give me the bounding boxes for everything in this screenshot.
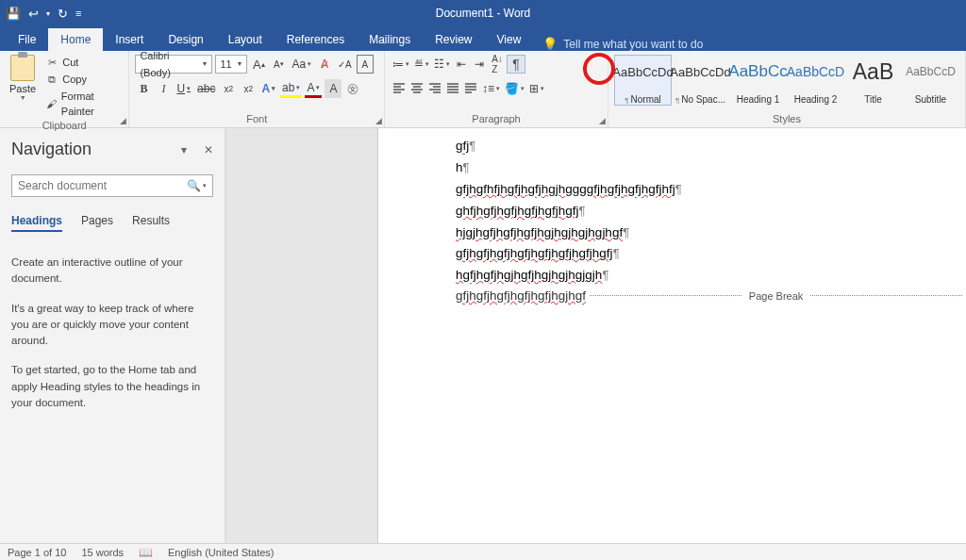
tell-me[interactable]: 💡 Tell me what you want to do <box>542 37 703 51</box>
chevron-down-icon: ▼ <box>201 56 208 73</box>
nav-close-icon[interactable]: ✕ <box>204 143 213 156</box>
doc-line[interactable]: hjgjhgfjhgfjhgfjhgjhgjhgjhgjhgf¶ <box>378 222 966 244</box>
doc-text[interactable]: gfjhgfjhgfjhgfjhgfjhgjhgf <box>456 288 586 303</box>
numbering-button[interactable]: ≝▾ <box>412 55 431 74</box>
save-icon[interactable]: 💾 <box>6 7 21 21</box>
decrease-indent-button[interactable]: ⇤ <box>453 55 470 74</box>
doc-line[interactable]: hgfjhgfjhgjhgfjhgjhgjhgjgjh¶ <box>378 265 966 287</box>
font-size-combo[interactable]: 11▼ <box>215 55 247 74</box>
align-left-button[interactable] <box>391 79 408 98</box>
underline-button[interactable]: U▾ <box>175 79 192 98</box>
pilcrow-mark: ¶ <box>469 139 475 153</box>
strikethrough-button[interactable]: abc <box>195 79 217 98</box>
tab-view[interactable]: View <box>485 28 534 51</box>
tab-layout[interactable]: Layout <box>216 28 275 51</box>
highlight-button[interactable]: ab▾ <box>280 79 302 98</box>
lightbulb-icon: 💡 <box>542 37 558 51</box>
change-case-button[interactable]: Aa▾ <box>290 55 313 74</box>
search-input[interactable] <box>12 179 181 192</box>
doc-line[interactable]: gfjhgfhfjhgfjhgfjhgjhggggfjhgfjhgfjhgfjh… <box>378 179 966 201</box>
increase-indent-button[interactable]: ⇥ <box>471 55 488 74</box>
tab-review[interactable]: Review <box>423 28 484 51</box>
clipboard-dialog-launcher-icon[interactable]: ◢ <box>120 116 126 125</box>
font-color-button[interactable]: A▾ <box>305 79 322 98</box>
copy-icon: ⧉ <box>45 72 58 87</box>
italic-button[interactable]: I <box>155 79 172 98</box>
style-name: ¶Normal <box>617 94 669 105</box>
style-name: Heading 1 <box>732 94 784 105</box>
nav-dropdown-icon[interactable]: ▾ <box>181 143 187 156</box>
qat-customize-icon[interactable]: ≡ <box>75 8 81 19</box>
status-page[interactable]: Page 1 of 10 <box>8 547 66 558</box>
superscript-button[interactable]: x2 <box>240 79 257 98</box>
clear-format-button[interactable]: A̷ <box>316 55 333 74</box>
doc-line[interactable]: gfjhgfjhgfjhgfjhgfjhgfjhgfjhgfj¶ <box>378 243 966 265</box>
status-bar: Page 1 of 10 15 words 📖 English (United … <box>0 543 966 560</box>
style-preview: AaBbCcDd <box>614 58 674 86</box>
style-card-title[interactable]: AaBTitle <box>844 55 902 106</box>
align-left-icon <box>392 82 406 95</box>
doc-line[interactable]: gfj¶ <box>378 136 966 157</box>
style-card-nospac[interactable]: AaBbCcDd¶No Spac... <box>672 55 729 106</box>
font-name-combo[interactable]: Calibri (Body)▼ <box>135 55 212 74</box>
page-break-row: gfjhgfjhgfjhgfjhgfjhgjhgfPage Break <box>378 287 966 305</box>
style-card-subtitle[interactable]: AaBbCcDSubtitle <box>902 55 959 106</box>
pilcrow-mark: ¶ <box>623 225 629 239</box>
bullets-button[interactable]: ≔▾ <box>391 55 411 74</box>
multilevel-list-button[interactable]: ☷▾ <box>432 55 452 74</box>
format-painter-button[interactable]: 🖌Format Painter <box>45 89 123 119</box>
style-card-heading1[interactable]: AaBbCcHeading 1 <box>729 55 787 106</box>
tab-references[interactable]: References <box>275 28 357 51</box>
justify-button[interactable] <box>444 79 461 98</box>
redo-icon[interactable]: ▾ <box>46 9 50 18</box>
phonetic-guide-button[interactable]: ✓A <box>336 55 354 74</box>
status-proofing[interactable]: 📖 <box>139 546 153 559</box>
align-center-button[interactable] <box>408 79 425 98</box>
bold-button[interactable]: B <box>135 79 152 98</box>
chevron-down-icon: ▼ <box>20 94 26 101</box>
shading-button[interactable]: 🪣▾ <box>503 79 526 98</box>
cut-button[interactable]: ✂Cut <box>45 55 123 70</box>
nav-search[interactable]: 🔍▾ <box>11 174 213 197</box>
status-words[interactable]: 15 words <box>81 547 124 558</box>
tab-file[interactable]: File <box>6 28 48 51</box>
style-card-normal[interactable]: AaBbCcDd¶Normal <box>614 55 672 106</box>
scissors-icon: ✂ <box>45 55 58 70</box>
pilcrow-mark: ¶ <box>675 182 682 196</box>
paragraph-dialog-launcher-icon[interactable]: ◢ <box>599 116 606 125</box>
copy-button[interactable]: ⧉Copy <box>45 72 123 87</box>
text-effects-button[interactable]: A▾ <box>259 79 277 98</box>
status-language[interactable]: English (United States) <box>168 547 275 558</box>
distributed-button[interactable] <box>462 79 479 98</box>
enclose-char-button[interactable]: ㊛ <box>344 79 361 98</box>
font-dialog-launcher-icon[interactable]: ◢ <box>375 116 382 125</box>
undo-icon[interactable]: ↩ <box>28 7 39 21</box>
style-card-heading2[interactable]: AaBbCcDHeading 2 <box>787 55 844 106</box>
character-shading-button[interactable]: A <box>325 79 341 98</box>
repeat-icon[interactable]: ↻ <box>58 7 68 21</box>
nav-tab-headings[interactable]: Headings <box>11 214 62 232</box>
nav-tab-pages[interactable]: Pages <box>81 214 113 232</box>
doc-line[interactable]: ghfjhgfjhgfjhgfjhgfjhgfj¶ <box>378 201 966 222</box>
pilcrow-mark: ¶ <box>602 268 608 282</box>
sort-button[interactable]: A↓Z <box>489 55 506 74</box>
show-hide-pilcrow-button[interactable]: ¶ <box>507 55 525 74</box>
tab-mailings[interactable]: Mailings <box>357 28 423 51</box>
grow-font-button[interactable]: A▴ <box>250 55 267 74</box>
search-button[interactable]: 🔍▾ <box>181 179 212 192</box>
nav-tab-results[interactable]: Results <box>132 214 170 232</box>
subscript-button[interactable]: x2 <box>220 79 237 98</box>
page[interactable]: gfj¶h¶gfjhgfhfjhgfjhgfjhgjhggggfjhgfjhgf… <box>377 128 966 543</box>
align-right-button[interactable] <box>426 79 443 98</box>
workspace: Navigation ▾ ✕ 🔍▾ Headings Pages Results… <box>0 128 966 543</box>
borders-button[interactable]: ⊞▾ <box>527 79 546 98</box>
tab-home[interactable]: Home <box>48 28 103 51</box>
doc-line[interactable]: h¶ <box>378 157 966 179</box>
paste-button[interactable]: Paste ▼ <box>6 55 40 119</box>
line-spacing-button[interactable]: ↕≡▾ <box>480 79 502 98</box>
group-font: Calibri (Body)▼ 11▼ A▴ A▾ Aa▾ A̷ ✓A A B … <box>129 51 385 127</box>
character-border-button[interactable]: A <box>357 55 374 74</box>
gray-gutter <box>226 128 377 543</box>
shrink-font-button[interactable]: A▾ <box>270 55 287 74</box>
document-area: gfj¶h¶gfjhgfhfjhgfjhgfjhgjhggggfjhgfjhgf… <box>226 128 966 543</box>
